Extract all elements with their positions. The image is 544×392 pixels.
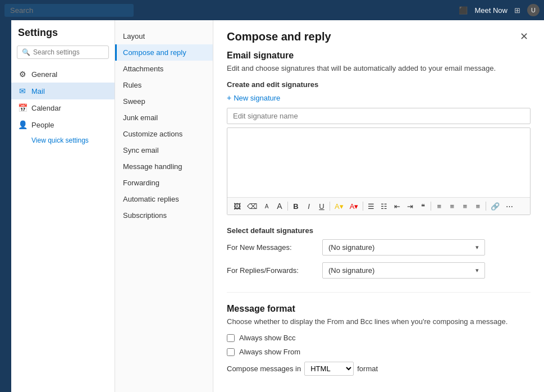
subnav-item-sync-email[interactable]: Sync email <box>115 142 213 158</box>
default-signatures-section: Select default signatures For New Messag… <box>227 226 531 279</box>
insert-image-button[interactable]: 🖼 <box>231 200 244 212</box>
indent-increase-button[interactable]: ⇥ <box>404 200 416 212</box>
video-icon[interactable]: ⬛ <box>459 6 468 15</box>
settings-title: Settings <box>11 27 115 45</box>
sidebar-item-people[interactable]: 👤 People <box>11 116 115 133</box>
sep1 <box>287 202 288 211</box>
new-messages-chevron: ▾ <box>476 244 479 251</box>
insert-link-button[interactable]: 🔗 <box>488 200 502 212</box>
search-input[interactable] <box>4 4 134 17</box>
replies-chevron: ▾ <box>476 267 479 274</box>
more-options-button[interactable]: ⋯ <box>503 200 516 212</box>
format-eraser-button[interactable]: ⌫ <box>244 200 260 212</box>
always-show-from-row: Always show From <box>227 348 531 356</box>
always-show-bcc-label: Always show Bcc <box>239 334 295 342</box>
dialog-header: Compose and reply ✕ <box>213 20 544 51</box>
font-size-increase-button[interactable]: A <box>273 200 286 212</box>
grid-icon[interactable]: ⊞ <box>514 6 520 15</box>
new-messages-label: For New Messages: <box>227 243 317 252</box>
plus-icon: + <box>227 93 231 102</box>
compose-messages-row: Compose messages in HTML Plain text form… <box>227 362 531 376</box>
calendar-icon: 📅 <box>18 103 27 112</box>
signature-editor-area[interactable] <box>227 128 530 195</box>
dialog-title: Compose and reply <box>227 30 331 43</box>
sep5 <box>486 202 486 211</box>
email-signature-title: Email signature <box>227 51 531 61</box>
font-color-button[interactable]: A▾ <box>347 200 362 212</box>
subnav-item-junk-email[interactable]: Junk email <box>115 110 213 126</box>
align-center-button[interactable]: ≡ <box>446 200 458 212</box>
subnav-item-customize-actions[interactable]: Customize actions <box>115 126 213 142</box>
subnav-item-message-handling[interactable]: Message handling <box>115 158 213 175</box>
meet-now-label[interactable]: Meet Now <box>474 6 508 15</box>
editor-toolbar: 🖼 ⌫ A A B I U A▾ A▾ ☰ <box>227 197 530 215</box>
indent-decrease-button[interactable]: ⇤ <box>391 200 403 212</box>
signature-name-input[interactable] <box>227 108 531 124</box>
compose-in-label: Compose messages in <box>227 364 301 373</box>
search-settings-box[interactable]: 🔍 <box>17 45 109 59</box>
always-show-bcc-checkbox[interactable] <box>227 334 235 342</box>
create-edit-label: Create and edit signatures <box>227 80 531 89</box>
sidebar-item-mail-label: Mail <box>31 87 45 95</box>
align-justify-button[interactable]: ≡ <box>472 200 484 212</box>
profile-icon[interactable]: U <box>527 4 540 16</box>
highlight-button[interactable]: A▾ <box>332 200 346 212</box>
subnav-item-layout[interactable]: Layout <box>115 28 213 44</box>
format-select[interactable]: HTML Plain text <box>304 362 354 376</box>
align-left-button[interactable]: ≡ <box>433 200 445 212</box>
sidebar-item-general[interactable]: ⚙ General <box>11 66 115 83</box>
bold-button[interactable]: B <box>290 200 302 212</box>
underline-button[interactable]: U <box>316 200 328 212</box>
message-format-desc: Choose whether to display the From and B… <box>227 317 531 326</box>
sidebar-item-calendar-label: Calendar <box>31 104 61 112</box>
sidebar-item-general-label: General <box>31 70 57 79</box>
numbered-list-button[interactable]: ☷ <box>378 200 390 212</box>
sep3 <box>363 202 363 211</box>
subnav-item-attachments[interactable]: Attachments <box>115 61 213 77</box>
main-content: Compose and reply ✕ Email signature Edit… <box>213 20 544 392</box>
subnav-item-automatic-replies[interactable]: Automatic replies <box>115 191 213 207</box>
view-quick-settings-link[interactable]: View quick settings <box>11 133 115 148</box>
new-messages-dropdown[interactable]: (No signature) ▾ <box>322 239 485 256</box>
sep4 <box>431 202 431 211</box>
quote-button[interactable]: ❝ <box>417 200 429 212</box>
mail-icon: ✉ <box>18 86 27 95</box>
always-show-from-checkbox[interactable] <box>227 348 235 356</box>
replies-value: (No signature) <box>328 266 374 275</box>
search-icon: 🔍 <box>22 48 30 56</box>
bullet-list-button[interactable]: ☰ <box>365 200 377 212</box>
subnav-item-subscriptions[interactable]: Subscriptions <box>115 207 213 224</box>
always-show-bcc-row: Always show Bcc <box>227 334 531 342</box>
main-layout: Settings 🔍 ⚙ General ✉ Mail 📅 Calendar 👤… <box>0 20 544 392</box>
sidebar-item-calendar[interactable]: 📅 Calendar <box>11 99 115 116</box>
subnav-item-rules[interactable]: Rules <box>115 77 213 93</box>
new-messages-value: (No signature) <box>328 243 374 252</box>
search-settings-input[interactable] <box>33 48 104 56</box>
italic-button[interactable]: I <box>303 200 315 212</box>
font-size-decrease-button[interactable]: A <box>260 202 273 211</box>
subnav-item-compose-reply[interactable]: Compose and reply <box>115 44 213 61</box>
always-show-from-label: Always show From <box>239 348 300 356</box>
replies-dropdown[interactable]: (No signature) ▾ <box>322 262 485 279</box>
sidebar-item-mail[interactable]: ✉ Mail <box>11 83 115 99</box>
sidebar-item-people-label: People <box>31 121 54 129</box>
new-messages-row: For New Messages: (No signature) ▾ <box>227 239 531 256</box>
top-bar-right: ⬛ Meet Now ⊞ U <box>459 4 540 16</box>
replies-label: For Replies/Forwards: <box>227 266 317 275</box>
format-suffix: format <box>357 364 378 373</box>
email-signature-desc: Edit and choose signatures that will be … <box>227 64 531 72</box>
close-button[interactable]: ✕ <box>518 29 531 44</box>
top-bar: ⬛ Meet Now ⊞ U <box>0 0 544 20</box>
signature-editor[interactable]: 🖼 ⌫ A A B I U A▾ A▾ ☰ <box>227 127 531 215</box>
new-signature-button[interactable]: + New signature <box>227 93 531 102</box>
subnav-item-sweep[interactable]: Sweep <box>115 93 213 110</box>
align-right-button[interactable]: ≡ <box>459 200 471 212</box>
dialog-container: Compose and reply ✕ Email signature Edit… <box>213 20 544 392</box>
default-sig-label: Select default signatures <box>227 226 531 235</box>
people-icon: 👤 <box>18 120 27 129</box>
settings-sidebar: Settings 🔍 ⚙ General ✉ Mail 📅 Calendar 👤… <box>11 20 115 392</box>
left-nav <box>0 20 11 392</box>
general-icon: ⚙ <box>18 70 27 79</box>
message-format-section: Message format Choose whether to display… <box>227 292 531 376</box>
subnav-item-forwarding[interactable]: Forwarding <box>115 175 213 191</box>
